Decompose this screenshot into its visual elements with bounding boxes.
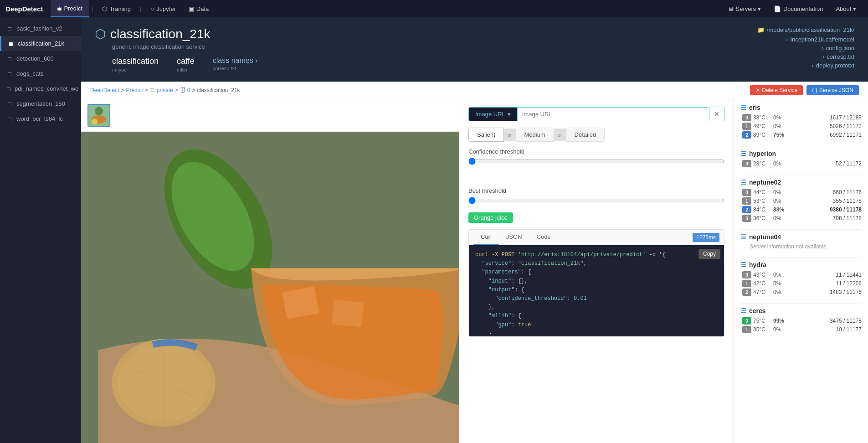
server-label-ceres: ceres bbox=[749, 307, 766, 314]
nav-predict[interactable]: ◉ Predict bbox=[51, 0, 89, 17]
gpu-badge-hydra-1: 1 bbox=[742, 280, 751, 287]
predict-controls: Image URL ▾ ✕ Salient or Medium bbox=[459, 99, 734, 443]
tab-json[interactable]: JSON bbox=[499, 230, 529, 245]
service-file-1[interactable]: › config.json bbox=[757, 45, 854, 52]
server-group-eris: ☰ eris 0 38°C 0% 1617 / 12189 1 49°C 0% … bbox=[740, 104, 862, 139]
copy-button[interactable]: Copy bbox=[699, 249, 720, 259]
server-icon-neptune04: ☰ bbox=[740, 233, 746, 241]
confidence-label: Confidence threshold bbox=[468, 148, 724, 155]
breadcrumb-predict[interactable]: Predict bbox=[126, 87, 143, 93]
gpu-badge-neptune02-3: 3 bbox=[742, 215, 751, 222]
gpu-badge-hydra-0: 0 bbox=[742, 271, 751, 278]
url-clear-button[interactable]: ✕ bbox=[709, 107, 724, 121]
gpu-util-eris-0: 0% bbox=[773, 114, 788, 121]
nav-jupyter-label: Jupyter bbox=[156, 5, 176, 12]
gpu-temp-neptune02-0: 44°C bbox=[753, 189, 771, 196]
breadcrumb-private[interactable]: private bbox=[157, 87, 173, 93]
mode-salient-button[interactable]: Salient bbox=[468, 128, 504, 142]
service-file-3[interactable]: › deploy.prototxt bbox=[757, 62, 854, 69]
server-divider-3 bbox=[740, 229, 862, 230]
service-files-path-text: /models/public/classification_21k/ bbox=[767, 26, 854, 33]
gpu-row-hydra-0: 0 43°C 0% 11 / 11441 bbox=[740, 271, 862, 278]
sidebar-item-classification-21k[interactable]: ◼ classification_21k bbox=[0, 36, 81, 51]
nav-about[interactable]: About ▾ bbox=[829, 0, 863, 17]
mode-buttons: Salient or Medium or Detailed bbox=[468, 128, 724, 142]
server-group-hyperion: ☰ hyperion 0 23°C 0% 52 / 11172 bbox=[740, 150, 862, 167]
tab-curl[interactable]: Curl bbox=[473, 230, 499, 245]
nav-documentation-label: Documentation bbox=[783, 5, 823, 12]
nav-servers[interactable]: 🖥 Servers ▾ bbox=[721, 0, 767, 17]
url-type-button[interactable]: Image URL ▾ bbox=[468, 107, 517, 121]
service-file-label-0: Inception21k.caffemodel bbox=[790, 36, 854, 43]
top-nav: DeepDetect ◉ Predict | ⬡ Training | ○ Ju… bbox=[0, 0, 868, 17]
gpu-badge-neptune02-1: 1 bbox=[742, 197, 751, 205]
breadcrumb-deepdetect[interactable]: DeepDetect bbox=[90, 87, 119, 93]
gpu-row-hydra-1: 1 42°C 0% 11 / 12206 bbox=[740, 280, 862, 287]
mode-detailed-button[interactable]: Detailed bbox=[566, 128, 605, 142]
gpu-badge-eris-1: 1 bbox=[742, 123, 751, 130]
nav-sep2: | bbox=[137, 5, 144, 12]
code-gpu: "gpu": true bbox=[475, 322, 531, 328]
service-file-0[interactable]: › Inception21k.caffemodel bbox=[757, 36, 854, 43]
service-classnames-sublabel: corresp.txt bbox=[213, 66, 258, 71]
sidebar-item-detection-600[interactable]: ◻ detection_600 bbox=[0, 51, 81, 66]
delete-service-label: Delete Service bbox=[762, 87, 797, 93]
breadcrumb-sep2: > bbox=[145, 87, 148, 93]
sidebar-item-word-ocr[interactable]: ◻ word_ocr_ts64_lc bbox=[0, 111, 81, 126]
url-chevron-icon: ▾ bbox=[508, 111, 511, 118]
server-name-eris: ☰ eris bbox=[740, 104, 862, 111]
service-json-button[interactable]: { } Service JSON bbox=[806, 85, 859, 95]
tab-code[interactable]: Code bbox=[529, 230, 558, 245]
service-classnames-label[interactable]: class names › bbox=[213, 57, 258, 65]
server-name-neptune02: ☰ neptune02 bbox=[740, 179, 862, 186]
gpu-temp-neptune02-2: 84°C bbox=[753, 206, 771, 213]
code-block: Copy curl -X POST 'http://eris:18104/api… bbox=[469, 245, 724, 336]
sidebar-item-pdi[interactable]: ◻ pdi_names_convnet_we bbox=[0, 81, 81, 96]
sidebar-label-pdi: pdi_names_convnet_we bbox=[15, 85, 78, 92]
predict-icon: ◉ bbox=[57, 5, 62, 12]
main-layout: ◻ basic_fashion_v2 ◼ classification_21k … bbox=[0, 17, 868, 443]
gpu-row-ceres-0: 0 75°C 99% 3475 / 11178 bbox=[740, 317, 862, 325]
mode-medium-label: Medium bbox=[524, 131, 545, 138]
sidebar-item-dogs-cats[interactable]: ◻ dogs_cats bbox=[0, 66, 81, 81]
service-mltype-label: mltype bbox=[112, 67, 159, 72]
service-file-label-3: deploy.prototxt bbox=[816, 62, 854, 69]
url-input-field[interactable] bbox=[517, 107, 709, 121]
gpu-badge-hyperion-0: 0 bbox=[742, 160, 751, 167]
nav-jupyter[interactable]: ○ Jupyter bbox=[144, 0, 182, 17]
sidebar-label-dogs-cats: dogs_cats bbox=[16, 70, 43, 77]
gpu-row-eris-2: 2 89°C 75% 6992 / 11171 bbox=[740, 131, 862, 139]
service-title: classification_21k bbox=[110, 27, 210, 41]
sidebar-label-basic-fashion: basic_fashion_v2 bbox=[16, 25, 62, 32]
delete-service-button[interactable]: ✕ Delete Service bbox=[750, 85, 803, 95]
file-chevron-0: › bbox=[786, 36, 788, 43]
breadcrumb-bar: DeepDetect > Predict > ☰ private > 🗄 0 >… bbox=[81, 82, 868, 99]
mode-medium-button[interactable]: Medium bbox=[516, 128, 554, 142]
gpu-row-eris-0: 0 38°C 0% 1617 / 12189 bbox=[740, 114, 862, 121]
sidebar-item-segmentation[interactable]: ◻ segmentation_150 bbox=[0, 96, 81, 111]
best-threshold-slider[interactable] bbox=[468, 197, 724, 204]
sidebar-icon-classification-21k: ◼ bbox=[8, 41, 14, 47]
sidebar-label-classification-21k: classification_21k bbox=[18, 40, 64, 47]
service-file-2[interactable]: › corresp.txt bbox=[757, 53, 854, 60]
confidence-slider[interactable] bbox=[468, 158, 724, 165]
gpu-util-eris-1: 0% bbox=[773, 123, 788, 129]
breadcrumb-zero[interactable]: 0 bbox=[187, 87, 190, 93]
nav-documentation[interactable]: 📄 Documentation bbox=[767, 0, 829, 17]
svg-point-3 bbox=[92, 118, 98, 124]
nav-about-label: About ▾ bbox=[836, 5, 856, 12]
server-icon-eris: ☰ bbox=[740, 104, 746, 111]
sidebar-item-basic-fashion[interactable]: ◻ basic_fashion_v2 bbox=[0, 21, 81, 36]
code-params: "parameters": { bbox=[475, 269, 531, 275]
gpu-util-hyperion-0: 0% bbox=[773, 160, 788, 167]
nav-data[interactable]: ▣ Data bbox=[182, 0, 215, 17]
nav-training[interactable]: ⬡ Training bbox=[96, 0, 137, 17]
clear-icon: ✕ bbox=[714, 110, 719, 118]
best-threshold-label: Best threshold bbox=[468, 187, 724, 194]
breadcrumb-icon: ☰ bbox=[150, 87, 155, 93]
server-label-hyperion: hyperion bbox=[749, 150, 776, 157]
service-mltype-value: classification bbox=[112, 57, 159, 66]
breadcrumb-sep1: > bbox=[121, 87, 124, 93]
server-group-ceres: ☰ ceres 0 75°C 99% 3475 / 11178 1 35°C 0… bbox=[740, 307, 862, 333]
best-threshold-section: Best threshold bbox=[468, 187, 724, 206]
